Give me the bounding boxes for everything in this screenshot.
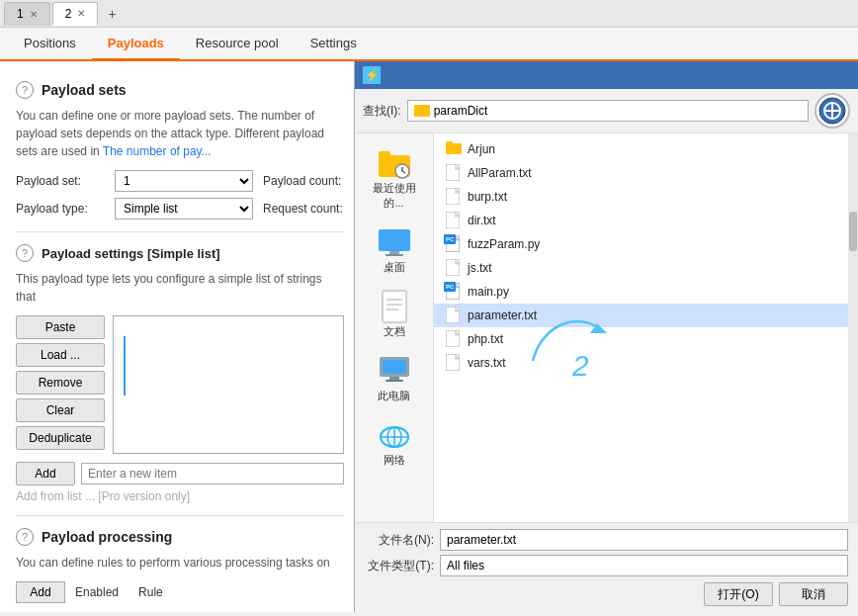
nav-tab-payloads[interactable]: Payloads [92,28,180,61]
add-from-list-row: Add from list ... [Pro version only] [16,489,344,503]
tab-2[interactable]: 2 ✕ [52,2,99,26]
enabled-col-label: Enabled [65,585,129,599]
payload-processing-description: You can define rules to perform various … [16,554,344,572]
nav-tab-positions-label: Positions [24,36,76,50]
processing-add-row: Add Enabled Rule [16,581,344,603]
path-folder-icon [414,105,430,117]
filetype-input[interactable] [440,555,848,576]
file-item-allparam[interactable]: AllParam.txt [434,161,848,185]
payload-sets-header: ? Payload sets [16,81,344,99]
paste-button[interactable]: Paste [16,315,105,339]
file-item-php[interactable]: php.txt [434,327,848,351]
dialog-buttons: 打开(O) 取消 [365,582,848,606]
dialog-bottom: 文件名(N): 文件类型(T): 打开(O) 取消 [355,522,858,612]
tab-1[interactable]: 1 ✕ [4,2,50,26]
payload-settings-description: This payload type lets you configure a s… [16,270,344,306]
file-item-js[interactable]: js.txt [434,256,848,280]
svg-rect-25 [446,141,453,145]
payload-processing-header: ? Payload processing [16,528,344,546]
payload-count-label: Payload count: [263,174,341,188]
processing-add-button[interactable]: Add [16,581,65,603]
path-box[interactable]: paramDict [407,100,809,122]
desktop-icon [377,226,412,258]
open-button[interactable]: 打开(O) [704,582,773,606]
nav-tab-settings-label: Settings [310,36,357,50]
file-name-arjun: Arjun [468,142,495,156]
nav-tab-resource-pool-label: Resource pool [196,36,279,50]
txt-icon-js [446,259,462,277]
tab-2-close[interactable]: ✕ [77,8,85,19]
add-button[interactable]: Add [16,462,75,485]
left-panel: ? Payload sets You can define one or mor… [0,61,361,612]
main-content: ? Payload sets You can define one or mor… [0,61,858,612]
sidebar-nav-documents[interactable]: 文档 [360,285,429,345]
scrollbar-track[interactable] [848,133,858,522]
path-value: paramDict [434,104,488,118]
documents-icon [377,291,412,322]
sidebar-nav-recent[interactable]: 最近使用的... [360,141,429,217]
nav-tab-positions[interactable]: Positions [8,28,92,61]
text-cursor [124,336,126,396]
remove-button[interactable]: Remove [16,371,105,395]
file-item-parameter[interactable]: parameter.txt [434,304,848,327]
documents-label: 文档 [384,324,405,339]
txt-icon-parameter [446,307,462,324]
nav-tab-resource-pool[interactable]: Resource pool [180,28,295,61]
add-item-input[interactable] [81,463,344,484]
divider-2 [16,515,344,516]
svg-rect-12 [383,291,406,322]
burpsuite-icon: ⚡ [363,66,381,84]
payload-type-row: Payload type: Simple list Request count: [16,198,344,220]
file-item-fuzzparam[interactable]: PC fuzzParam.py [434,232,848,256]
sidebar-nav-desktop[interactable]: 桌面 [360,220,429,281]
path-label: 查找(I): [363,103,401,120]
folder-icon-arjun [446,140,462,158]
divider-1 [16,231,344,232]
py-icon-fuzzparam: PC [446,235,462,253]
svg-rect-5 [379,151,390,157]
tab-1-close[interactable]: ✕ [30,9,38,20]
filename-row: 文件名(N): [365,529,848,551]
svg-rect-11 [386,254,403,256]
txt-icon-allparam [446,164,462,182]
load-button[interactable]: Load ... [16,343,105,367]
txt-icon-burp [446,188,462,206]
request-count-label: Request count: [263,202,343,216]
txt-icon-vars [446,354,462,372]
file-name-main: main.py [468,285,509,299]
nav-tab-settings[interactable]: Settings [295,28,373,61]
cancel-button[interactable]: 取消 [779,582,848,606]
payload-type-select[interactable]: Simple list [115,198,253,220]
file-item-burp[interactable]: burp.txt [434,185,848,209]
dialog-top-bar: ⚡ [355,61,858,89]
payload-set-select[interactable]: 1 [115,170,253,192]
file-item-main[interactable]: PC main.py [434,280,848,304]
clear-button[interactable]: Clear [16,398,105,422]
file-item-dir[interactable]: dir.txt [434,209,848,232]
burpsuite-logo [815,93,850,129]
payload-processing-title: Payload processing [42,529,172,545]
sidebar-nav-network[interactable]: 网络 [360,413,429,474]
file-name-dir: dir.txt [468,214,496,227]
svg-rect-9 [379,229,410,251]
txt-icon-php [446,330,462,348]
payload-sets-description: You can define one or more payload sets.… [16,107,344,160]
sidebar-nav-computer[interactable]: 此电脑 [360,349,429,409]
dialog-body: 最近使用的... 桌面 [355,133,858,522]
network-icon [377,419,412,451]
deduplicate-button[interactable]: Deduplicate [16,426,105,450]
recent-icon [377,147,412,179]
tab-2-label: 2 [65,7,72,21]
file-item-vars[interactable]: vars.txt [434,351,848,375]
payload-buttons: Paste Load ... Remove Clear Deduplicate [16,315,105,454]
file-name-php: php.txt [468,332,503,346]
file-item-arjun[interactable]: Arjun [434,137,848,161]
desktop-label: 桌面 [384,260,405,275]
rule-col-label: Rule [129,585,173,599]
tab-add-button[interactable]: + [100,4,124,24]
computer-icon [377,355,412,387]
file-name-allparam: AllParam.txt [468,166,532,180]
payload-sets-title: Payload sets [42,82,127,98]
filename-input[interactable] [440,529,848,551]
scrollbar-thumb[interactable] [849,212,857,251]
